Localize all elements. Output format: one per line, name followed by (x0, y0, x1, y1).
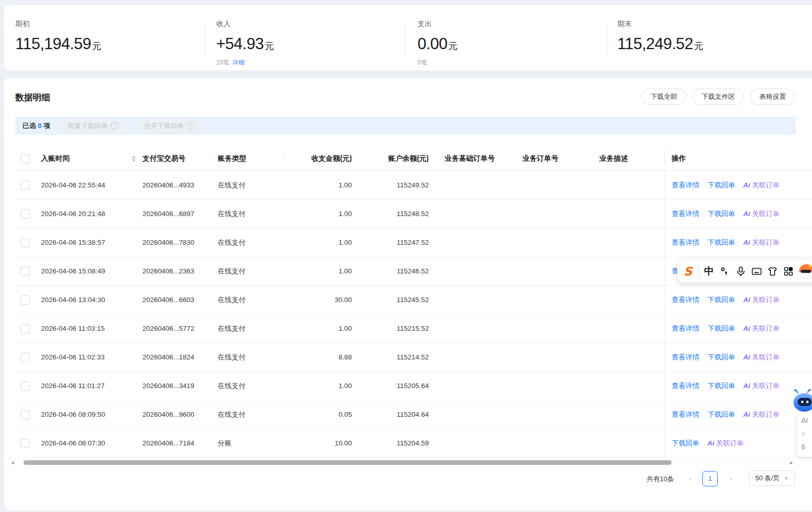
panel-title: 数据明细 (15, 92, 50, 103)
row-checkbox[interactable] (20, 238, 30, 247)
table-row: 2026-04-06 11:03:1520260406...5772在线支付1.… (15, 314, 812, 343)
view-detail-link[interactable]: 查看详情 (672, 410, 699, 419)
cell-time: 2026-04-06 08:09:50 (36, 411, 141, 418)
cell-amount: 1.00 (284, 325, 352, 332)
keyboard-icon[interactable] (751, 265, 762, 278)
row-checkbox[interactable] (20, 295, 30, 305)
related-order-link[interactable]: Ai关联订单 (743, 381, 780, 391)
row-checkbox[interactable] (20, 267, 30, 276)
download-filezone-button[interactable]: 下载文件区 (693, 89, 744, 105)
cell-txn-id: 20260406...5772 (141, 325, 216, 332)
cell-time: 2026-04-06 15:08:49 (36, 267, 141, 275)
cell-type: 在线支付 (216, 295, 284, 305)
skin-tshirt-icon[interactable] (767, 265, 778, 278)
download-receipt-link[interactable]: 下载回单 (707, 381, 735, 391)
row-checkbox[interactable] (20, 353, 30, 362)
view-detail-link[interactable]: 查看详情 (672, 381, 699, 391)
page-number-button[interactable]: 1 (702, 471, 718, 486)
row-checkbox[interactable] (20, 381, 30, 391)
select-all-checkbox[interactable] (20, 154, 30, 163)
row-checkbox[interactable] (20, 439, 30, 448)
assistant-menu-panel[interactable]: AI ○ 6 (797, 411, 812, 457)
related-order-link[interactable]: Ai关联订单 (743, 324, 780, 333)
row-checkbox[interactable] (20, 209, 30, 219)
cell-txn-id: 20260406...1824 (141, 353, 216, 361)
scroll-right-arrow[interactable]: ▸ (790, 459, 793, 466)
table-row: 2026-04-06 15:38:5720260406...7830在线支付1.… (15, 228, 812, 257)
table-settings-button[interactable]: 表格设置 (750, 89, 795, 105)
assistant-robot-icon[interactable] (792, 389, 812, 414)
download-receipt-link[interactable]: 下载回单 (707, 238, 735, 247)
cell-type: 在线支付 (216, 181, 284, 190)
related-order-link[interactable]: Ai关联订单 (743, 353, 780, 362)
scrollbar-thumb[interactable] (24, 460, 672, 465)
stat-count: 0笔 (418, 59, 427, 66)
view-detail-link[interactable]: 查看详情 (672, 181, 699, 190)
download-all-button[interactable]: 下载全部 (641, 89, 686, 105)
punctuation-toggle-icon[interactable] (719, 265, 731, 278)
scroll-left-arrow[interactable]: ◂ (11, 459, 14, 466)
download-receipt-link[interactable]: 下载回单 (707, 295, 735, 305)
view-detail-link[interactable]: 查看详情 (672, 295, 699, 305)
table-row: 2026-04-06 20:21:4820260406...6897在线支付1.… (15, 200, 812, 228)
row-checkbox[interactable] (20, 410, 30, 419)
related-order-link[interactable]: Ai关联订单 (743, 295, 780, 305)
download-receipt-link[interactable]: 下载回单 (707, 181, 735, 190)
sort-icon[interactable] (132, 156, 136, 162)
cell-time: 2026-04-06 11:03:15 (36, 325, 141, 332)
related-order-link[interactable]: Ai关联订单 (743, 410, 780, 419)
download-receipt-link[interactable]: 下载回单 (672, 439, 699, 448)
microphone-icon[interactable] (735, 265, 746, 278)
row-checkbox-cell (15, 181, 36, 190)
stat-unit: 元 (448, 41, 457, 51)
col-header-order: 业务订单号 (523, 154, 599, 163)
merge-download-receipt-button[interactable]: 合并下载回单i (136, 118, 203, 134)
horizontal-scrollbar[interactable]: ◂ ▸ (11, 459, 800, 466)
row-checkbox[interactable] (20, 181, 30, 190)
cell-type: 在线支付 (216, 353, 284, 362)
cell-amount: 1.00 (284, 181, 352, 189)
stat-unit: 元 (265, 41, 274, 51)
related-order-link[interactable]: Ai关联订单 (743, 238, 780, 247)
table-row: 2026-04-06 13:04:3020260406...6603在线支付30… (15, 286, 812, 314)
related-order-link[interactable]: Ai关联订单 (743, 181, 780, 190)
download-receipt-link[interactable]: 下载回单 (707, 410, 735, 419)
download-receipt-link[interactable]: 下载回单 (707, 209, 735, 219)
cell-amount: 1.00 (284, 239, 352, 246)
view-detail-link[interactable]: 查看详情 (672, 353, 699, 362)
table-row: 2026-04-06 11:02:3320260406...1824在线支付8.… (15, 343, 812, 372)
batch-download-receipt-button[interactable]: 批量下载回单i (59, 118, 127, 134)
related-order-label: 关联订单 (752, 181, 780, 190)
related-order-label: 关联订单 (752, 381, 780, 391)
toolbox-grid-icon[interactable] (783, 265, 794, 278)
income-detail-link[interactable]: 详细 (232, 59, 244, 66)
assistant-menu-item[interactable]: 6 (801, 443, 812, 451)
row-checkbox-cell (15, 353, 36, 362)
language-toggle-icon[interactable]: 中 (703, 265, 715, 278)
next-page-arrow[interactable]: › (730, 474, 733, 482)
related-order-label: 关联订单 (752, 238, 780, 247)
cell-time: 2026-04-06 13:04:30 (36, 296, 141, 304)
view-detail-link[interactable]: 查看详情 (672, 238, 699, 247)
data-detail-panel: 数据明细 下载全部 下载文件区 表格设置 已选0项 批量下载回单i 合并下载回单… (4, 78, 812, 510)
assistant-menu-item[interactable]: ○ (801, 430, 812, 438)
related-order-link[interactable]: Ai关联订单 (707, 439, 744, 448)
page-size-select[interactable]: 50 条/页▼ (749, 471, 795, 486)
related-order-link[interactable]: Ai关联订单 (743, 209, 780, 219)
related-order-label: 关联订单 (752, 410, 780, 419)
view-detail-link[interactable]: 查看详情 (672, 209, 699, 219)
download-receipt-link[interactable]: 下载回单 (707, 324, 735, 333)
assistant-menu-item[interactable]: AI (801, 416, 812, 424)
row-checkbox-cell (15, 324, 36, 333)
cell-time: 2026-04-06 11:01:27 (36, 382, 141, 390)
col-header-base-order: 业务基础订单号 (429, 154, 523, 163)
related-order-label: 关联订单 (752, 324, 780, 333)
view-detail-link[interactable]: 查看详情 (672, 324, 699, 333)
download-receipt-link[interactable]: 下载回单 (707, 353, 735, 362)
prev-page-arrow[interactable]: ‹ (689, 474, 692, 482)
divider (405, 23, 405, 59)
row-checkbox[interactable] (20, 324, 30, 333)
cell-actions: 下载回单Ai关联订单 (664, 429, 812, 457)
sogou-logo-icon[interactable]: S (682, 265, 694, 278)
stat-count: 10笔 (216, 59, 229, 66)
